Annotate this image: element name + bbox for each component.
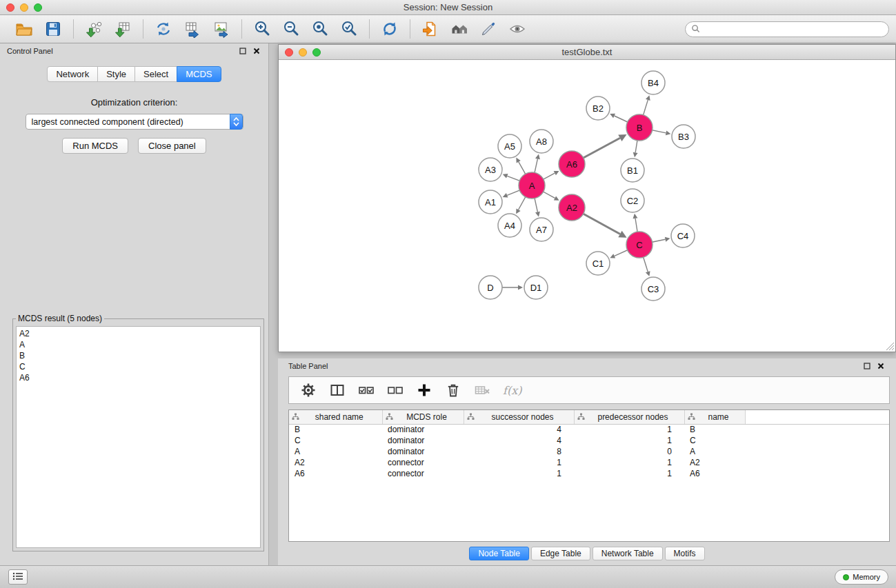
graph-node[interactable]: C1: [586, 252, 610, 275]
select-all-button[interactable]: [357, 381, 376, 400]
tab-select[interactable]: Select: [135, 66, 177, 82]
zoom-selected-button[interactable]: [339, 19, 359, 39]
graph-node[interactable]: D: [479, 276, 502, 299]
network-canvas[interactable]: B4B2BB3A5A8A6A3B1AA1C2A2A4A7C4CC1C3DD1: [279, 60, 895, 352]
table-row[interactable]: Adominator80A: [289, 446, 889, 457]
hide-panels-button[interactable]: [8, 569, 28, 585]
style-brush-button[interactable]: [478, 19, 499, 39]
table-cell[interactable]: dominator: [382, 446, 464, 457]
table-cell[interactable]: 1: [464, 457, 574, 468]
table-cell[interactable]: 1: [464, 468, 574, 479]
table-cell[interactable]: A: [289, 446, 382, 457]
mcds-result-item[interactable]: B: [19, 350, 257, 361]
import-table-button[interactable]: [112, 19, 133, 39]
table-cell[interactable]: 1: [574, 468, 684, 479]
table-cell[interactable]: C: [684, 435, 745, 446]
show-hide-graphics-button[interactable]: [507, 19, 528, 39]
network-canvas-svg[interactable]: B4B2BB3A5A8A6A3B1AA1C2A2A4A7C4CC1C3DD1: [279, 60, 895, 352]
graph-node[interactable]: B: [626, 114, 653, 141]
column-header-mcds-role[interactable]: MCDS role: [382, 410, 464, 424]
float-panel-button[interactable]: [238, 46, 248, 56]
table-cell[interactable]: 8: [464, 446, 574, 457]
table-row[interactable]: A2connector11A2: [289, 457, 889, 468]
table-cell[interactable]: A2: [684, 457, 745, 468]
delete-table-button[interactable]: [472, 381, 492, 400]
tab-node-table[interactable]: Node Table: [469, 547, 529, 560]
table-cell[interactable]: connector: [382, 468, 464, 479]
deselect-all-button[interactable]: [386, 381, 405, 400]
graph-node[interactable]: C2: [621, 189, 644, 212]
graph-node[interactable]: A: [519, 172, 545, 199]
resize-grip[interactable]: [886, 342, 895, 351]
table-cell[interactable]: 4: [464, 424, 574, 435]
graph-node[interactable]: D1: [524, 276, 548, 299]
graph-node[interactable]: A6: [559, 151, 585, 177]
table-row[interactable]: Cdominator41C: [289, 435, 889, 446]
table-row[interactable]: Bdominator41B: [289, 424, 889, 435]
run-mcds-button[interactable]: Run MCDS: [62, 138, 128, 154]
mcds-result-item[interactable]: A: [19, 339, 257, 350]
import-network-button[interactable]: [83, 19, 104, 39]
table-cell[interactable]: 0: [574, 446, 684, 457]
tab-network[interactable]: Network: [47, 66, 98, 82]
home-network-button[interactable]: [449, 19, 470, 39]
graph-node[interactable]: A1: [479, 190, 502, 214]
zoom-out-button[interactable]: [281, 19, 301, 39]
graph-node[interactable]: B3: [672, 125, 695, 148]
close-panel-button[interactable]: Close panel: [138, 138, 206, 154]
table-cell[interactable]: dominator: [382, 435, 464, 446]
graph-node[interactable]: A8: [530, 130, 553, 153]
table-settings-button[interactable]: [299, 381, 318, 400]
table-cell[interactable]: 4: [464, 435, 574, 446]
column-header-name[interactable]: name: [684, 410, 745, 424]
column-header-shared-name[interactable]: shared name: [289, 410, 382, 424]
table-cell[interactable]: 1: [574, 457, 684, 468]
zoom-in-button[interactable]: [252, 19, 272, 39]
graph-node[interactable]: C3: [641, 277, 665, 301]
mcds-result-list[interactable]: A2ABCA6: [16, 326, 261, 548]
network-file-button[interactable]: [420, 19, 441, 39]
close-table-panel-icon-button[interactable]: [876, 361, 886, 371]
graph-node[interactable]: A2: [559, 194, 585, 221]
float-table-panel-button[interactable]: [862, 361, 872, 371]
close-panel-icon-button[interactable]: [252, 46, 261, 56]
graph-node[interactable]: B2: [586, 97, 610, 120]
function-builder-button[interactable]: f(x): [501, 381, 521, 400]
graph-node[interactable]: B1: [621, 159, 644, 182]
tab-mcds[interactable]: MCDS: [177, 66, 221, 82]
tab-network-table[interactable]: Network Table: [593, 547, 663, 560]
table-cell[interactable]: 1: [574, 435, 684, 446]
show-columns-button[interactable]: [328, 381, 347, 400]
table-row[interactable]: A6connector11A6: [289, 468, 889, 479]
table-cell[interactable]: A6: [289, 468, 382, 479]
export-network-button[interactable]: [153, 19, 174, 39]
export-table-button[interactable]: [182, 19, 203, 39]
table-cell[interactable]: connector: [382, 457, 464, 468]
tab-motifs[interactable]: Motifs: [665, 547, 705, 560]
graph-node[interactable]: C: [626, 232, 653, 258]
mcds-result-item[interactable]: A6: [19, 372, 257, 383]
add-row-button[interactable]: [415, 381, 434, 400]
criterion-dropdown[interactable]: largest connected component (directed): [26, 114, 243, 130]
graph-node[interactable]: A7: [530, 218, 553, 241]
table-cell[interactable]: B: [684, 424, 745, 435]
table-cell[interactable]: A2: [289, 457, 382, 468]
refresh-layout-button[interactable]: [379, 19, 400, 39]
tab-style[interactable]: Style: [97, 66, 135, 82]
memory-button[interactable]: Memory: [835, 569, 888, 585]
tab-edge-table[interactable]: Edge Table: [531, 547, 590, 560]
table-cell[interactable]: A6: [684, 468, 745, 479]
graph-node[interactable]: A5: [498, 134, 521, 158]
graph-node[interactable]: A4: [498, 214, 521, 237]
table-cell[interactable]: B: [289, 424, 382, 435]
search-input[interactable]: [704, 23, 888, 36]
zoom-fit-button[interactable]: [310, 19, 330, 39]
graph-node[interactable]: B4: [641, 71, 665, 94]
delete-row-button[interactable]: [444, 381, 463, 400]
export-image-button[interactable]: [211, 19, 232, 39]
column-header-successor-nodes[interactable]: successor nodes: [464, 410, 574, 424]
table-cell[interactable]: A: [684, 446, 745, 457]
table-cell[interactable]: C: [289, 435, 382, 446]
graph-node[interactable]: A3: [479, 158, 502, 181]
open-session-button[interactable]: [14, 19, 34, 39]
